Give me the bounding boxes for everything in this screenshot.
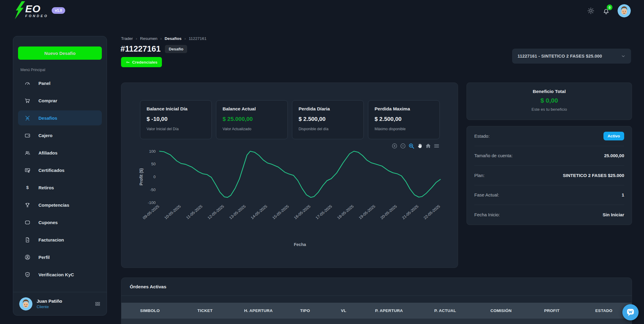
svg-text:50: 50: [151, 162, 156, 166]
cart-icon: [24, 98, 31, 104]
svg-text:-50: -50: [150, 188, 156, 192]
sidebar-item-afiliados[interactable]: Afiliados: [18, 145, 102, 160]
theme-toggle-sun-icon[interactable]: [587, 7, 595, 15]
active-orders-card: Órdenes Activas SIMBOLOTICKETH. APERTURA…: [121, 278, 632, 324]
swords-icon: [24, 115, 31, 121]
chart-modebar: [391, 143, 440, 149]
detail-value: 25.000,00: [604, 153, 624, 158]
chat-widget-button[interactable]: [622, 304, 639, 320]
stats-row: Balance Inicial Día $ -10,00 Valor Inici…: [140, 100, 440, 139]
detail-value: Sin Iniciar: [603, 212, 624, 217]
benefit-subtitle: Este es tu beneficio: [467, 107, 632, 112]
sidebar-item-label: Desafios: [38, 116, 57, 121]
detail-row: Tamaño de cuenta: 25.000,00: [474, 146, 624, 166]
sidebar-item-cajero[interactable]: Cajero: [18, 128, 102, 143]
dollar-icon: $: [24, 184, 31, 191]
sidebar-item-label: Panel: [38, 81, 50, 86]
sidebar-item-label: Competencias: [38, 202, 69, 208]
stat-value: $ 25.000,00: [223, 116, 281, 122]
stat-value: $ -10,00: [147, 116, 205, 122]
breadcrumb-item-trader[interactable]: Trader: [121, 36, 133, 41]
status-badge: Activo: [603, 132, 624, 140]
stat-title: Balance Inicial Día: [147, 106, 205, 112]
sidebar-item-label: Certificados: [38, 168, 65, 173]
chevron-right-icon: ›: [184, 37, 186, 41]
detail-label: Plan:: [474, 173, 485, 178]
credentials-button[interactable]: Credenciales: [121, 57, 162, 67]
orders-column-header: P. ACTUAL: [416, 308, 474, 313]
svg-text:0: 0: [153, 175, 156, 179]
chevron-right-icon: ›: [136, 37, 137, 41]
sidebar-item-label: Afiliados: [38, 150, 57, 155]
svg-text:22-05-2025: 22-05-2025: [423, 204, 441, 220]
svg-text:09-05-2025: 09-05-2025: [142, 204, 160, 220]
orders-gap: [121, 296, 632, 303]
sidebar-item-cupones[interactable]: Cupones: [18, 215, 102, 230]
sidebar-item-retiros[interactable]: $ Retiros: [18, 180, 102, 195]
user-avatar-sidebar: [19, 297, 32, 310]
breadcrumb-item-desafios[interactable]: Desafios: [165, 36, 181, 41]
orders-column-header: SIMBOLO: [121, 308, 178, 313]
breadcrumb-item-resumen[interactable]: Resumen: [140, 36, 157, 41]
sidebar-item-label: Verificacion KyC: [38, 272, 74, 277]
sidebar-item-facturacion[interactable]: Facturacion: [18, 232, 102, 247]
balance-chart-card: Balance Inicial Día $ -10,00 Valor Inici…: [121, 82, 458, 268]
sidebar-item-panel[interactable]: Panel: [18, 76, 102, 91]
ticket-icon: [24, 219, 31, 226]
user-avatar-top[interactable]: [618, 4, 631, 17]
orders-table-body: [121, 319, 632, 324]
new-challenge-button[interactable]: Nuevo Desafio: [18, 46, 102, 60]
account-select-value: 11227161 - SINTETICO 2 FASES $25.000: [518, 54, 621, 58]
sidebar-item-desafios[interactable]: Desafios: [18, 110, 102, 125]
svg-text:$: $: [26, 185, 29, 190]
sidebar-item-verificacion-kyc[interactable]: Verificacion KyC: [18, 267, 102, 282]
stat-card: Perdida Maxima $ 2.500,00 Máximo disponi…: [368, 100, 440, 139]
zoom-in-icon[interactable]: [391, 143, 398, 149]
box-zoom-icon[interactable]: [408, 143, 415, 149]
stat-subtitle: Disponible del día: [299, 127, 357, 131]
sidebar-item-competencias[interactable]: Competencias: [18, 197, 102, 212]
orders-title: Órdenes Activas: [121, 278, 632, 296]
pan-icon[interactable]: [417, 143, 423, 149]
detail-row: Fecha Inicio: Sin Iniciar: [474, 205, 624, 225]
svg-text:13-05-2025: 13-05-2025: [228, 204, 247, 220]
invoice-icon: [24, 237, 31, 243]
app-logo[interactable]: EO Fondeo: [11, 1, 48, 20]
orders-column-header: COMISIÓN: [475, 308, 528, 313]
avatar-face-icon: [618, 4, 631, 17]
users-icon: [24, 150, 31, 156]
notifications-button[interactable]: 0: [602, 7, 610, 15]
svg-text:12-05-2025: 12-05-2025: [207, 204, 225, 220]
sidebar-item-comprar[interactable]: Comprar: [18, 93, 102, 108]
reset-axes-home-icon[interactable]: [425, 143, 431, 149]
svg-text:16-05-2025: 16-05-2025: [293, 204, 311, 220]
breadcrumb: Trader›Resumen›Desafios›11227161: [121, 36, 206, 41]
detail-value: SINTETICO 2 FASES $25.000: [563, 173, 624, 178]
sidebar-item-label: Facturacion: [38, 237, 64, 242]
orders-column-header: PROFIT: [527, 308, 576, 313]
account-grid-icon[interactable]: [95, 301, 101, 307]
orders-column-header: TIPO: [285, 308, 325, 313]
sidebar-item-label: Cajero: [38, 133, 53, 138]
orders-column-header: VL: [325, 308, 362, 313]
stat-card: Perdida Díaria $ 2.500,00 Disponible del…: [292, 100, 364, 139]
svg-text:10-05-2025: 10-05-2025: [163, 204, 182, 220]
svg-text:15-05-2025: 15-05-2025: [272, 204, 290, 220]
zoom-out-icon[interactable]: [400, 143, 406, 149]
menu-lines-icon[interactable]: [433, 143, 440, 149]
stat-title: Balance Actual: [223, 106, 281, 112]
orders-column-header: TICKET: [178, 308, 232, 313]
user-role: Cliente: [37, 304, 95, 309]
benefit-total-card: Beneficio Total $ 0,00 Este es tu benefi…: [466, 82, 632, 120]
svg-text:18-05-2025: 18-05-2025: [336, 204, 355, 220]
detail-label: Tamaño de cuenta:: [474, 153, 513, 158]
detail-value: 1: [622, 192, 624, 197]
stat-card: Balance Actual $ 25.000,00 Valor Actuali…: [216, 100, 288, 139]
account-select[interactable]: 11227161 - SINTETICO 2 FASES $25.000: [512, 49, 631, 64]
shield-check-icon: [24, 272, 31, 278]
trophy-icon: [24, 202, 31, 208]
sidebar-item-perfil[interactable]: Perfil: [18, 250, 102, 265]
sidebar-item-certificados[interactable]: Certificados: [18, 163, 102, 178]
gauge-icon: [24, 80, 31, 86]
topbar: EO Fondeo v1.0 0: [0, 0, 644, 23]
